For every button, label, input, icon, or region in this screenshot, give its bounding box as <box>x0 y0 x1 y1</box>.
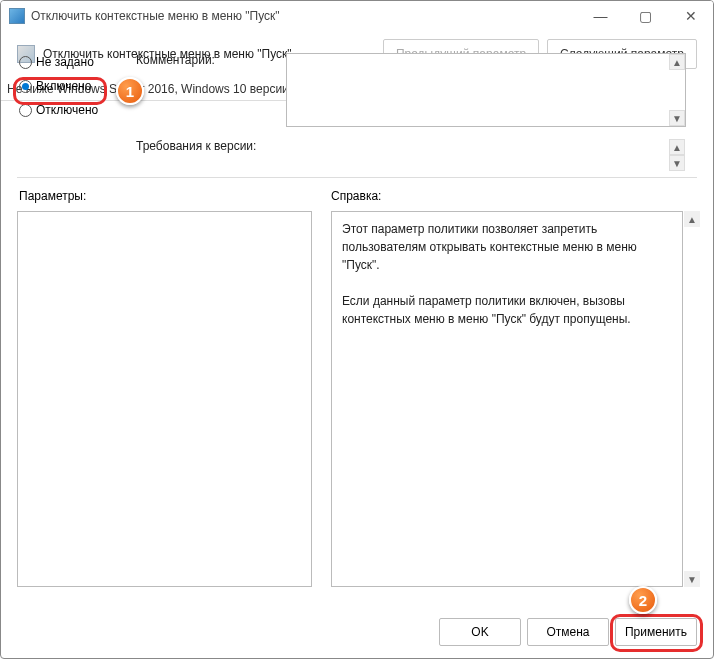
scroll-down-icon[interactable]: ▼ <box>669 155 685 171</box>
ok-button[interactable]: OK <box>439 618 521 646</box>
help-label: Справка: <box>331 189 381 203</box>
window-title: Отключить контекстные меню в меню "Пуск" <box>31 9 578 23</box>
highlight-apply <box>610 614 703 652</box>
close-button[interactable]: ✕ <box>668 1 713 31</box>
titlebar: Отключить контекстные меню в меню "Пуск"… <box>1 1 713 31</box>
cancel-button[interactable]: Отмена <box>527 618 609 646</box>
help-paragraph-1: Этот параметр политики позволяет запрети… <box>342 220 672 274</box>
comment-label: Комментарий: <box>136 53 215 67</box>
callout-1: 1 <box>116 77 144 105</box>
comment-textarea[interactable]: ▲ ▼ <box>286 53 686 127</box>
requirements-label: Требования к версии: <box>136 139 256 153</box>
radio-not-configured[interactable]: Не задано <box>19 55 98 69</box>
scroll-up-icon[interactable]: ▲ <box>669 139 685 155</box>
radio-disabled[interactable]: Отключено <box>19 103 98 117</box>
parameters-label: Параметры: <box>19 189 86 203</box>
help-paragraph-2: Если данный параметр политики включен, в… <box>342 292 672 328</box>
scroll-up-icon[interactable]: ▲ <box>684 211 700 227</box>
maximize-button[interactable]: ▢ <box>623 1 668 31</box>
callout-2: 2 <box>629 586 657 614</box>
radio-label: Отключено <box>36 103 98 117</box>
scroll-up-icon[interactable]: ▲ <box>669 54 685 70</box>
highlight-enabled <box>13 77 107 105</box>
minimize-button[interactable]: — <box>578 1 623 31</box>
divider <box>17 177 697 178</box>
scroll-down-icon[interactable]: ▼ <box>669 110 685 126</box>
radio-icon <box>19 56 32 69</box>
radio-icon <box>19 104 32 117</box>
radio-label: Не задано <box>36 55 94 69</box>
parameters-box <box>17 211 312 587</box>
window-controls: — ▢ ✕ <box>578 1 713 31</box>
scroll-down-icon[interactable]: ▼ <box>684 571 700 587</box>
app-icon <box>9 8 25 24</box>
help-box: Этот параметр политики позволяет запрети… <box>331 211 683 587</box>
